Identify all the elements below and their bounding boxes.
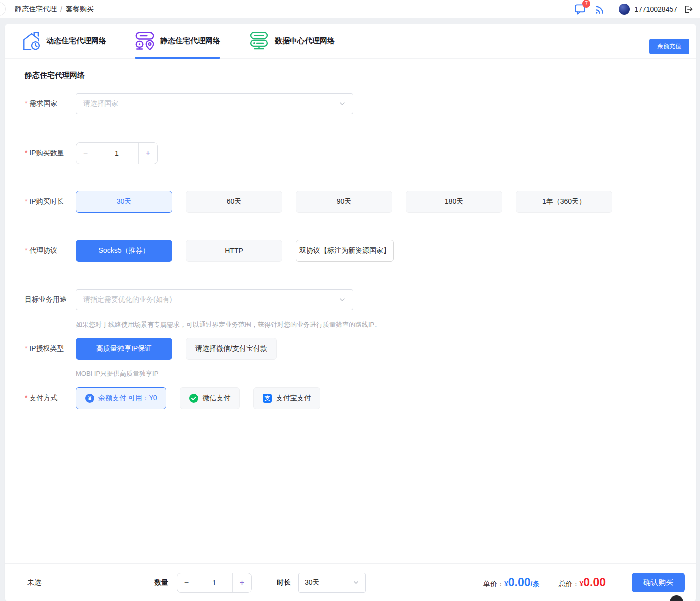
account-name: 17710028457 (634, 6, 677, 14)
network-tabbar: 动态住宅代理网络 静态住宅代理网络 (5, 24, 696, 59)
payment-option-wechat[interactable]: 微信支付 (180, 388, 240, 410)
alipay-icon: 支 (263, 394, 272, 403)
sidebar-collapse-handle[interactable] (0, 2, 6, 16)
quantity-stepper: − 1 + (76, 142, 158, 164)
server-stack-icon (249, 32, 269, 52)
avatar[interactable] (619, 4, 630, 15)
quantity-label: IP购买数量 (20, 149, 76, 158)
tab-dynamic-residential[interactable]: 动态住宅代理网络 (20, 24, 106, 58)
quantity-input[interactable]: 1 (196, 574, 233, 592)
quantity-input[interactable]: 1 (95, 143, 139, 164)
protocol-label: 代理协议 (20, 246, 76, 256)
tab-label: 动态住宅代理网络 (46, 36, 106, 46)
duration-label: IP购买时长 (20, 198, 76, 206)
breadcrumb-item-static-residential[interactable]: 静态住宅代理 (15, 5, 57, 14)
confirm-purchase-button[interactable]: 确认购买 (632, 573, 685, 592)
tab-label: 静态住宅代理网络 (160, 36, 220, 46)
proxy-server-pin-icon (135, 32, 155, 52)
messages-button[interactable]: 7 (574, 4, 586, 15)
tab-static-residential[interactable]: 静态住宅代理网络 (135, 24, 220, 58)
chevron-down-icon (339, 296, 346, 304)
total-price-value: ¥0.00 (579, 576, 606, 590)
protocol-option-dual[interactable]: 双协议【标注为新资源国家】 (296, 240, 394, 262)
unit-price-currency: ¥ (504, 580, 508, 588)
chevron-down-icon (353, 580, 359, 586)
wechat-pay-icon (189, 394, 198, 403)
unit-price-suffix: /条 (531, 580, 540, 588)
business-select[interactable]: 请指定需要优化的业务(如有) (76, 290, 353, 310)
breadcrumb-separator: / (60, 6, 62, 14)
topbar: 静态住宅代理 / 套餐购买 7 17710028457 (0, 0, 700, 18)
breadcrumb: 静态住宅代理 / 套餐购买 (15, 5, 94, 14)
unit-price-label: 单价： (483, 580, 504, 589)
country-placeholder: 请选择国家 (83, 100, 118, 108)
duration-row: IP购买时长 30天 60天 90天 180天 1年（360天） (20, 191, 696, 213)
auth-type-label: IP授权类型 (20, 344, 76, 354)
payment-option-label: 余额支付 可用：¥0 (98, 394, 157, 403)
duration-option-90d[interactable]: 90天 (296, 191, 392, 213)
checkout-bar: 未选 数量 − 1 + 时长 30天 单价： ¥0.00/条 总价： ¥0.00… (5, 564, 696, 601)
decrease-button[interactable]: − (76, 143, 95, 164)
auth-option-wechat-alipay[interactable]: 请选择微信/支付宝付款 (186, 338, 277, 360)
country-label: 需求国家 (20, 100, 76, 108)
purchase-panel: 动态住宅代理网络 静态住宅代理网络 (5, 24, 696, 601)
duration-value: 30天 (305, 578, 320, 588)
unit-price-amount: 0.00 (508, 576, 531, 589)
recharge-button[interactable]: 余额充值 (649, 39, 689, 54)
footer-quantity-label: 数量 (154, 578, 168, 588)
tab-label: 数据中心代理网络 (275, 36, 335, 46)
country-row: 需求国家 请选择国家 (20, 94, 696, 114)
footer-duration-select[interactable]: 30天 (298, 573, 366, 593)
auth-option-dedicated[interactable]: 高质量独享IP保证 (76, 338, 172, 360)
breadcrumb-item-package-purchase: 套餐购买 (66, 5, 94, 14)
house-clock-icon (20, 32, 41, 52)
message-count-badge: 7 (582, 0, 590, 8)
subscribe-button[interactable] (594, 4, 605, 15)
payment-option-alipay[interactable]: 支 支付宝支付 (253, 388, 320, 410)
logout-button[interactable] (683, 4, 693, 14)
unit-price-value: ¥0.00/条 (504, 576, 539, 590)
duration-option-60d[interactable]: 60天 (186, 191, 282, 213)
rss-icon (594, 4, 605, 15)
footer-duration-label: 时长 (277, 578, 291, 588)
duration-option-30d[interactable]: 30天 (76, 191, 172, 213)
protocol-option-socks5[interactable]: Socks5（推荐） (76, 240, 172, 262)
business-hint: 如果您对于线路使用场景有专属需求，可以通过界定业务范围，获得针对您的业务进行质量… (76, 320, 696, 330)
payment-option-label: 支付宝支付 (276, 394, 311, 403)
purchase-form: 静态住宅代理网络 需求国家 请选择国家 IP购买数量 − 1 + IP购买时长 … (5, 59, 696, 410)
protocol-row: 代理协议 Socks5（推荐） HTTP 双协议【标注为新资源国家】 (20, 240, 696, 262)
total-price-amount: 0.00 (583, 576, 606, 589)
auth-type-row: IP授权类型 高质量独享IP保证 请选择微信/支付宝付款 (20, 338, 696, 360)
protocol-option-http[interactable]: HTTP (186, 240, 282, 262)
country-select[interactable]: 请选择国家 (76, 94, 353, 114)
quantity-row: IP购买数量 − 1 + (20, 142, 696, 164)
chevron-down-icon (339, 100, 346, 108)
duration-option-180d[interactable]: 180天 (406, 191, 502, 213)
payment-option-label: 微信支付 (202, 394, 230, 403)
payment-label: 支付方式 (20, 394, 76, 403)
total-price-label: 总价： (558, 580, 579, 589)
tab-datacenter[interactable]: 数据中心代理网络 (249, 24, 335, 58)
business-label: 目标业务用途 (20, 296, 76, 304)
payment-option-balance[interactable]: ¥ 余额支付 可用：¥0 (76, 388, 166, 410)
selection-status: 未选 (27, 578, 41, 588)
footer-quantity-stepper: − 1 + (177, 573, 252, 593)
auth-type-note: MOBI IP只提供高质量独享IP (76, 370, 696, 378)
increase-button[interactable]: + (139, 143, 157, 164)
payment-row: 支付方式 ¥ 余额支付 可用：¥0 微信支付 支 支付宝支付 (20, 388, 696, 410)
duration-option-360d[interactable]: 1年（360天） (516, 191, 612, 213)
logout-icon (683, 4, 693, 14)
form-title: 静态住宅代理网络 (25, 71, 696, 80)
price-summary: 单价： ¥0.00/条 总价： ¥0.00 (483, 576, 606, 590)
business-placeholder: 请指定需要优化的业务(如有) (83, 296, 172, 304)
business-row: 目标业务用途 请指定需要优化的业务(如有) (20, 290, 696, 310)
topbar-actions: 7 17710028457 (574, 4, 693, 15)
increase-button[interactable]: + (233, 574, 251, 592)
balance-yuan-icon: ¥ (85, 394, 94, 403)
decrease-button[interactable]: − (177, 574, 196, 592)
